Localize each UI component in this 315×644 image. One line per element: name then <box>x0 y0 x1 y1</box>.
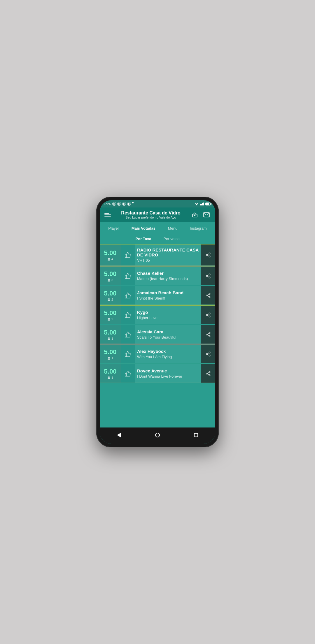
tab-player[interactable]: Player <box>106 225 121 232</box>
thumbs-up-icon <box>125 312 131 318</box>
song-item: 5.00 1 Alex Hayböck With You I Am Flying <box>100 344 215 363</box>
svg-line-34 <box>207 333 209 334</box>
home-circle-icon <box>155 433 160 437</box>
song-title: I Dont Wanna Live Forever <box>137 374 199 379</box>
score-value: 5.00 <box>104 270 117 278</box>
svg-point-38 <box>209 355 210 356</box>
like-button[interactable] <box>121 267 135 285</box>
svg-line-27 <box>207 315 209 316</box>
song-info: Boyce Avenue I Dont Wanna Live Forever <box>135 364 201 383</box>
share-icon <box>206 252 211 258</box>
song-artist: Chase Keller <box>137 271 199 276</box>
svg-line-46 <box>207 372 209 373</box>
svg-line-15 <box>207 276 209 277</box>
thumbs-up-icon <box>125 370 131 377</box>
svg-line-40 <box>207 353 209 353</box>
song-info: RADIO RESTAURANTE CASA DE VIDRO VHT 05 <box>135 244 201 265</box>
score-voters: 4 <box>107 257 113 261</box>
score-value: 5.00 <box>104 368 117 375</box>
like-button[interactable] <box>121 364 135 383</box>
play-icon-4 <box>127 202 131 206</box>
svg-point-36 <box>209 352 210 353</box>
tab-instagram[interactable]: Instagram <box>188 225 209 232</box>
score-value: 5.00 <box>104 290 117 297</box>
header-title-block: Restaurante Casa de Vidro Seu Lugar pref… <box>111 210 191 219</box>
song-artist: RADIO RESTAURANTE CASA DE VIDRO <box>137 247 199 257</box>
home-button[interactable] <box>153 430 162 440</box>
song-title: VHT 05 <box>137 258 199 263</box>
like-button[interactable] <box>121 244 135 265</box>
share-icon <box>206 371 211 376</box>
mail-button[interactable] <box>202 211 211 219</box>
score-voters: 2 <box>107 298 113 301</box>
share-button[interactable] <box>201 345 215 363</box>
play-icon-1 <box>112 202 116 206</box>
share-button[interactable] <box>201 267 215 285</box>
back-button[interactable] <box>114 430 124 440</box>
svg-point-32 <box>209 335 210 337</box>
voter-count: 3 <box>111 278 113 282</box>
score-col: 5.00 2 <box>100 306 121 324</box>
score-value: 5.00 <box>104 309 117 317</box>
svg-point-24 <box>209 313 210 314</box>
share-icon <box>206 293 211 298</box>
share-icon <box>206 332 211 337</box>
voter-count: 2 <box>111 317 113 321</box>
recents-button[interactable] <box>191 430 201 440</box>
filter-por-votos[interactable]: Por votos <box>162 236 181 242</box>
song-item: 5.00 2 Kygo Higher Love <box>100 305 215 324</box>
like-button[interactable] <box>121 286 135 305</box>
radio-button[interactable] <box>191 211 199 219</box>
play-icon-3 <box>122 202 126 206</box>
svg-point-31 <box>206 334 208 335</box>
svg-line-16 <box>207 275 209 275</box>
filter-por-taxa[interactable]: Por Taxa <box>134 236 153 242</box>
share-button[interactable] <box>201 325 215 344</box>
nav-tabs: Player Mais Votadas Menu Instagram <box>100 222 215 234</box>
song-info: Jamaican Beach Band I Shot the Sheriff <box>135 286 201 305</box>
share-button[interactable] <box>201 306 215 324</box>
svg-line-33 <box>207 335 209 336</box>
menu-line-1 <box>104 213 109 214</box>
hamburger-menu-button[interactable] <box>104 213 111 217</box>
radio-icon <box>192 212 198 218</box>
like-button[interactable] <box>121 325 135 344</box>
tab-mais-votadas[interactable]: Mais Votadas <box>129 225 158 232</box>
thumbs-up-icon <box>125 273 131 279</box>
person-icon <box>107 278 111 282</box>
svg-point-41 <box>108 376 110 378</box>
share-button[interactable] <box>201 364 215 383</box>
song-title: Higher Love <box>137 316 199 320</box>
song-artist: Kygo <box>137 310 199 315</box>
song-artist: Boyce Avenue <box>137 368 199 373</box>
song-item: 5.00 1 Boyce Avenue I Dont Wanna Live Fo… <box>100 364 215 383</box>
voter-count: 1 <box>111 337 113 340</box>
menu-line-3 <box>104 216 111 217</box>
share-button[interactable] <box>201 286 215 305</box>
like-button[interactable] <box>121 345 135 363</box>
svg-point-26 <box>209 316 210 317</box>
share-button[interactable] <box>201 244 215 265</box>
svg-point-6 <box>209 253 210 254</box>
svg-line-9 <box>207 255 209 256</box>
svg-point-30 <box>209 332 210 334</box>
voter-count: 2 <box>111 298 113 301</box>
app-header: Restaurante Casa de Vidro Seu Lugar pref… <box>100 207 215 222</box>
song-title: Scars To Your Beautiful <box>137 335 199 339</box>
share-icon <box>206 273 211 279</box>
share-icon <box>206 351 211 357</box>
score-col: 5.00 1 <box>100 364 121 383</box>
app-subtitle: Seu Lugar preferido no Vale do Aço <box>111 216 191 219</box>
svg-point-43 <box>206 373 208 374</box>
score-voters: 1 <box>107 356 113 360</box>
battery-icon <box>205 203 211 205</box>
status-time: 6:24 <box>104 202 111 206</box>
song-info: Chase Keller Matteo (feat Harry Simmonds… <box>135 267 201 285</box>
svg-line-45 <box>207 374 209 375</box>
thumbs-up-icon <box>125 252 131 258</box>
svg-point-13 <box>206 275 208 277</box>
svg-point-42 <box>209 371 210 373</box>
like-button[interactable] <box>121 306 135 324</box>
person-icon <box>107 298 111 301</box>
tab-menu[interactable]: Menu <box>166 225 180 232</box>
